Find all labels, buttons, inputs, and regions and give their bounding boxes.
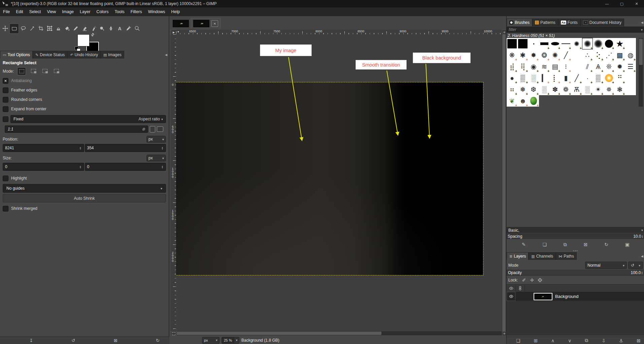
brush-texA[interactable]: ⣾ xyxy=(507,61,517,72)
tab-paths[interactable]: ⋈Paths xyxy=(556,252,577,260)
brush-blotch[interactable]: ✽ xyxy=(550,84,561,95)
brush-dripCol2[interactable]: ⡇ xyxy=(550,72,561,84)
bucket-fill-tool[interactable] xyxy=(63,24,71,33)
portrait-icon[interactable] xyxy=(150,126,155,132)
brush-empty[interactable] xyxy=(571,61,582,72)
brush-figures[interactable]: Ѫ xyxy=(571,84,582,95)
expand-from-center-row[interactable]: Expand from center xyxy=(0,104,169,114)
menu-select[interactable]: Select xyxy=(26,7,44,16)
brush-grid-scrollbar[interactable] xyxy=(639,38,643,107)
brush-empty[interactable] xyxy=(625,38,636,49)
maximize-button[interactable]: ▢ xyxy=(614,0,629,7)
menu-filters[interactable]: Filters xyxy=(128,7,145,16)
fuzzy-select-tool[interactable] xyxy=(28,24,36,33)
antialiasing-row[interactable]: ✕ Antialiasing xyxy=(0,76,169,85)
revert-icon[interactable]: ↺ xyxy=(71,338,75,343)
move-tool[interactable] xyxy=(1,24,9,33)
horizontal-scrollbar[interactable] xyxy=(176,331,502,335)
hscroll-thumb[interactable] xyxy=(176,332,381,335)
expand-from-center-checkbox[interactable] xyxy=(3,106,8,112)
tab-channels[interactable]: ▥Channels xyxy=(529,252,556,260)
brush-empty[interactable] xyxy=(571,49,582,61)
brush-dotsA[interactable]: ∴ xyxy=(582,49,593,61)
reset-icon[interactable]: ↻ xyxy=(156,338,160,343)
tab-tool-options[interactable]: ▭Tool Options xyxy=(0,51,33,59)
brush-dripsCol[interactable]: ⁝ xyxy=(561,61,571,72)
menu-tools[interactable]: Tools xyxy=(111,7,127,16)
brush-scroll-thumb[interactable] xyxy=(639,39,643,65)
quick-mask-button[interactable] xyxy=(171,331,177,336)
brush-set-combo[interactable]: Basic, ▾ xyxy=(507,227,644,233)
brush-pepper[interactable] xyxy=(528,95,539,107)
lock-alpha-icon[interactable] xyxy=(538,278,542,282)
clone-tool[interactable] xyxy=(54,24,63,33)
brush-dotsSparse[interactable]: ⋰ xyxy=(604,49,614,61)
brush-linesH[interactable]: ☰ xyxy=(625,61,636,72)
layer-row-background[interactable]: Background xyxy=(507,292,644,301)
layer-mode-combo[interactable]: Normal ▾ xyxy=(585,262,627,269)
brush-splat2[interactable]: ✱ xyxy=(517,49,528,61)
brush-ellipse[interactable] xyxy=(550,38,561,49)
brush-star[interactable]: ★ xyxy=(614,38,625,49)
position-y-field[interactable]: 354 ▴▾ xyxy=(85,144,166,152)
auto-shrink-button[interactable]: Auto Shrink xyxy=(3,194,166,202)
brush-blobTex[interactable]: ● xyxy=(507,72,517,84)
brush-fluffTex[interactable]: ❊ xyxy=(604,61,614,72)
brush-empty[interactable] xyxy=(625,84,636,95)
brush-noiseDisc[interactable]: ❅ xyxy=(517,84,528,95)
mode-add-button[interactable] xyxy=(29,67,37,75)
free-select-tool[interactable] xyxy=(19,24,28,33)
unit-select[interactable]: px ▾ xyxy=(202,337,219,344)
brush-soft2sel[interactable] xyxy=(582,38,593,49)
brush-splat3[interactable]: ✸ xyxy=(528,49,539,61)
color-picker-tool[interactable] xyxy=(124,24,133,33)
brush-cloudTex[interactable]: ▒ xyxy=(593,72,604,84)
brush-net[interactable]: ▩ xyxy=(614,49,625,61)
brush-scribble[interactable]: ≋ xyxy=(539,61,550,72)
menu-windows[interactable]: Windows xyxy=(145,7,168,16)
text-tool[interactable]: A xyxy=(115,24,124,33)
duplicate-brush-icon[interactable]: ⧉ xyxy=(564,242,567,247)
brush-smoke[interactable]: ▒ xyxy=(517,72,528,84)
brush-plume[interactable]: ▮ xyxy=(561,72,571,84)
paintbrush-tool[interactable] xyxy=(71,24,80,33)
ink-tool[interactable] xyxy=(106,24,115,33)
fixed-checkbox[interactable] xyxy=(3,116,8,122)
vertical-ruler[interactable]: 0500100015002000 xyxy=(171,34,176,331)
position-unit-combo[interactable]: px ▾ xyxy=(146,136,166,143)
edit-brush-icon[interactable]: ✎ xyxy=(522,242,526,247)
spinner-icon[interactable]: ▴▾ xyxy=(641,235,644,238)
spinner-icon[interactable]: ▴▾ xyxy=(79,146,82,150)
menu-help[interactable]: Help xyxy=(168,7,183,16)
brush-disc[interactable] xyxy=(604,38,614,49)
merge-layer-icon[interactable]: ⇩ xyxy=(602,338,606,343)
brush-strokeDiag[interactable]: ╱ xyxy=(561,49,571,61)
brush-burst[interactable]: ✵ xyxy=(604,84,614,95)
lower-layer-icon[interactable]: ∨ xyxy=(568,338,571,343)
menu-image[interactable]: Image xyxy=(59,7,77,16)
brush-cellsTex[interactable]: ◍ xyxy=(625,49,636,61)
layer-visibility-icon[interactable] xyxy=(507,292,515,301)
feather-edges-checkbox[interactable] xyxy=(3,87,8,93)
minimize-button[interactable]: — xyxy=(600,0,614,7)
dock-menu-icon[interactable]: ◀ xyxy=(641,255,643,258)
dock-menu-icon[interactable]: ◀ xyxy=(165,53,167,56)
brush-filter-input[interactable]: filter ▾ xyxy=(507,27,644,33)
rectangle-select-tool[interactable] xyxy=(9,24,19,34)
horizontal-ruler[interactable]: ▼650070007500800085009000950010000 xyxy=(176,30,502,35)
menu-layer[interactable]: Layer xyxy=(77,7,93,16)
shrink-merged-row[interactable]: Shrink merged xyxy=(0,204,169,213)
mode-replace-button[interactable] xyxy=(17,67,26,75)
crop-tool[interactable] xyxy=(36,24,45,33)
vertical-scrollbar[interactable] xyxy=(502,34,506,331)
brush-dotMini[interactable]: · xyxy=(582,72,593,84)
opacity-slider[interactable]: Opacity 100.0 ▴▾ xyxy=(507,270,644,276)
vscroll-thumb[interactable] xyxy=(502,34,506,331)
brush-empty[interactable] xyxy=(625,72,636,84)
delete-layer-icon[interactable]: ⊠ xyxy=(637,338,641,343)
feather-edges-row[interactable]: Feather edges xyxy=(0,85,169,95)
brush-ghost[interactable]: ░ xyxy=(539,84,550,95)
foreground-color-swatch[interactable] xyxy=(77,34,90,46)
tab-brushes[interactable]: Brushes xyxy=(507,18,532,26)
tab-undo-history[interactable]: ↶Undo History xyxy=(67,51,101,59)
